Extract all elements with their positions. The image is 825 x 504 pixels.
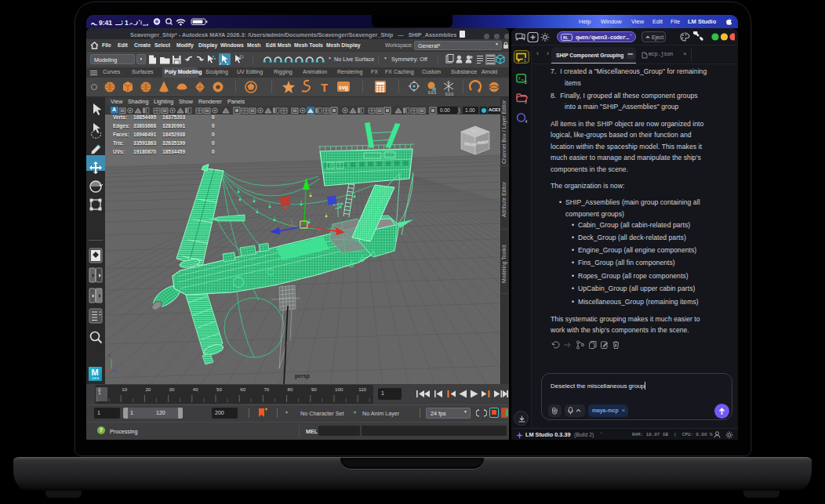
svg-text:1: 1 (125, 18, 129, 26)
svg-text:3: 3 (525, 100, 527, 103)
svg-text:110: 110 (358, 386, 366, 392)
svg-text:0.0.0: 0.0.0 (445, 92, 454, 96)
svg-text:1: 1 (524, 58, 526, 62)
svg-text:persp: persp (295, 373, 310, 379)
svg-text:30: 30 (169, 386, 175, 392)
svg-text:4: 4 (525, 119, 528, 123)
svg-text:T: T (321, 81, 328, 94)
svg-text:10: 10 (122, 386, 127, 392)
svg-text:0.0.0: 0.0.0 (428, 91, 437, 95)
svg-text:50: 50 (216, 386, 222, 392)
svg-text:0: 0 (98, 386, 101, 392)
svg-text:9:41: 9:41 (99, 18, 112, 26)
svg-text:100: 100 (335, 386, 343, 392)
svg-text:40: 40 (193, 386, 198, 392)
svg-text:2: 2 (525, 80, 527, 84)
svg-text:TOP: TOP (471, 130, 477, 133)
svg-text:20: 20 (145, 386, 151, 392)
svg-text:70: 70 (263, 386, 269, 392)
svg-text:90: 90 (311, 386, 317, 392)
svg-text:80: 80 (288, 386, 293, 392)
svg-text:svg: svg (339, 85, 348, 91)
svg-text:60: 60 (240, 386, 245, 392)
